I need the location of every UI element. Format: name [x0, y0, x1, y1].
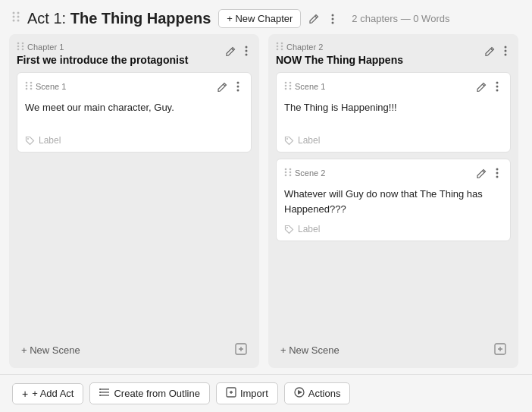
act-toolbar: + New Chapter	[218, 9, 338, 28]
edit-scene-2-2-button[interactable]	[473, 166, 490, 181]
svg-point-35	[505, 46, 507, 49]
chapter-2-footer: + New Scene	[276, 337, 511, 360]
svg-point-19	[30, 82, 33, 84]
chapter-1-title: First we introduce the protagonist	[17, 54, 188, 66]
more-scene-1-1-button[interactable]	[233, 79, 243, 94]
scene-2-2-label: Scene 2	[284, 168, 325, 178]
svg-point-39	[289, 82, 292, 84]
import-scene-chapter-1-button[interactable]	[230, 340, 252, 360]
scene-1-1-header: Scene 1	[25, 79, 243, 94]
edit-scene-1-1-button[interactable]	[214, 80, 231, 94]
scene-2-2-content: Whatever will Guy do now that The Thing …	[284, 187, 502, 216]
chapter-card-2: Chapter 2 NOW The Thing Happens	[268, 34, 518, 368]
scene-card-1-1: Scene 1 We meet our main character, Guy.	[17, 72, 252, 153]
scene-card-2-1: Scene 1 The Thing is Happening!!! Labe	[276, 72, 511, 153]
svg-point-15	[246, 46, 248, 49]
svg-point-44	[496, 82, 499, 84]
svg-point-3	[17, 16, 20, 18]
act-drag-handle[interactable]	[12, 11, 20, 26]
edit-chapter-1-button[interactable]	[222, 44, 239, 58]
svg-point-4	[13, 20, 15, 22]
svg-point-30	[281, 42, 283, 45]
scene-1-1-label: Scene 1	[25, 81, 66, 92]
scene-2-1-header: Scene 1	[284, 79, 502, 94]
chapter-2-actions	[481, 43, 511, 58]
svg-point-29	[277, 42, 279, 45]
svg-point-25	[237, 86, 239, 88]
more-act-button[interactable]	[327, 11, 338, 27]
more-scene-2-2-button[interactable]	[492, 165, 502, 181]
svg-point-6	[332, 14, 334, 16]
scene-2-1-content: The Thing is Happening!!!	[284, 100, 502, 127]
edit-act-button[interactable]	[305, 11, 323, 26]
svg-point-40	[285, 85, 287, 87]
svg-point-46	[496, 90, 499, 92]
svg-point-63	[99, 392, 101, 393]
svg-point-1	[17, 12, 20, 14]
svg-point-5	[17, 20, 20, 22]
scene-card-2-2: Scene 2 Whatever will Guy do now that Th…	[276, 159, 511, 241]
act-meta: 2 chapters — 0 Words	[352, 13, 449, 24]
new-scene-chapter-2-button[interactable]: + New Scene	[276, 342, 344, 358]
actions-button[interactable]: Actions	[284, 382, 351, 404]
svg-point-53	[289, 175, 292, 177]
svg-point-48	[285, 168, 287, 171]
chapter-1-header-left: Chapter 1 First we introduce the protago…	[17, 42, 188, 66]
actions-icon	[294, 387, 305, 400]
svg-point-41	[289, 85, 292, 87]
svg-point-27	[27, 138, 29, 140]
chapter-1-label: Chapter 1	[17, 42, 188, 52]
edit-scene-2-1-button[interactable]	[473, 80, 490, 94]
chapters-area: Chapter 1 First we introduce the protago…	[0, 34, 532, 374]
act-title-prefix: Act 1:	[27, 10, 70, 27]
scene-1-1-actions	[214, 79, 243, 94]
chapter-2-header-left: Chapter 2 NOW The Thing Happens	[276, 42, 403, 66]
svg-point-23	[30, 88, 33, 90]
add-act-button[interactable]: + + Add Act	[12, 383, 83, 404]
svg-point-20	[26, 85, 28, 87]
svg-point-18	[26, 82, 28, 84]
svg-point-62	[99, 388, 101, 390]
svg-point-57	[286, 227, 288, 228]
svg-point-22	[26, 88, 28, 90]
chapter-1-footer: + New Scene	[17, 337, 252, 360]
svg-marker-67	[298, 390, 302, 395]
svg-point-31	[277, 46, 279, 48]
import-button[interactable]: Import	[216, 382, 278, 404]
edit-chapter-2-button[interactable]	[481, 44, 499, 58]
svg-point-33	[277, 49, 279, 51]
scene-1-1-content: We meet our main character, Guy.	[25, 100, 243, 127]
bottom-toolbar: + + Add Act Create from Outline Import A…	[0, 374, 532, 412]
svg-point-0	[13, 12, 15, 14]
svg-point-56	[496, 176, 499, 178]
svg-point-47	[286, 138, 288, 140]
svg-point-37	[505, 54, 507, 56]
svg-point-11	[17, 46, 20, 48]
scene-2-2-header: Scene 2	[284, 165, 502, 181]
scene-2-1-tag: Label	[284, 135, 502, 146]
new-chapter-button[interactable]: + New Chapter	[218, 9, 301, 28]
scene-1-1-tag: Label	[25, 135, 243, 146]
scene-2-1-label: Scene 1	[284, 81, 325, 92]
import-icon	[226, 387, 236, 400]
more-chapter-1-button[interactable]	[241, 43, 252, 58]
scene-2-2-actions	[473, 165, 502, 181]
more-chapter-2-button[interactable]	[500, 43, 511, 58]
more-scene-2-1-button[interactable]	[492, 79, 502, 94]
new-scene-chapter-1-button[interactable]: + New Scene	[17, 342, 85, 358]
create-from-outline-button[interactable]: Create from Outline	[89, 382, 209, 404]
svg-point-42	[285, 88, 287, 90]
import-scene-chapter-2-button[interactable]	[490, 340, 511, 360]
svg-point-43	[289, 88, 292, 90]
svg-point-12	[22, 46, 24, 48]
svg-point-7	[332, 17, 334, 20]
svg-point-55	[496, 172, 499, 175]
chapter-2-header: Chapter 2 NOW The Thing Happens	[276, 42, 511, 66]
svg-point-51	[289, 171, 292, 174]
chapter-1-header: Chapter 1 First we introduce the protago…	[17, 42, 252, 66]
svg-point-8	[332, 21, 334, 24]
svg-point-52	[285, 175, 287, 177]
chapter-card-1: Chapter 1 First we introduce the protago…	[9, 34, 259, 368]
svg-point-50	[285, 171, 287, 174]
svg-point-2	[13, 16, 15, 18]
